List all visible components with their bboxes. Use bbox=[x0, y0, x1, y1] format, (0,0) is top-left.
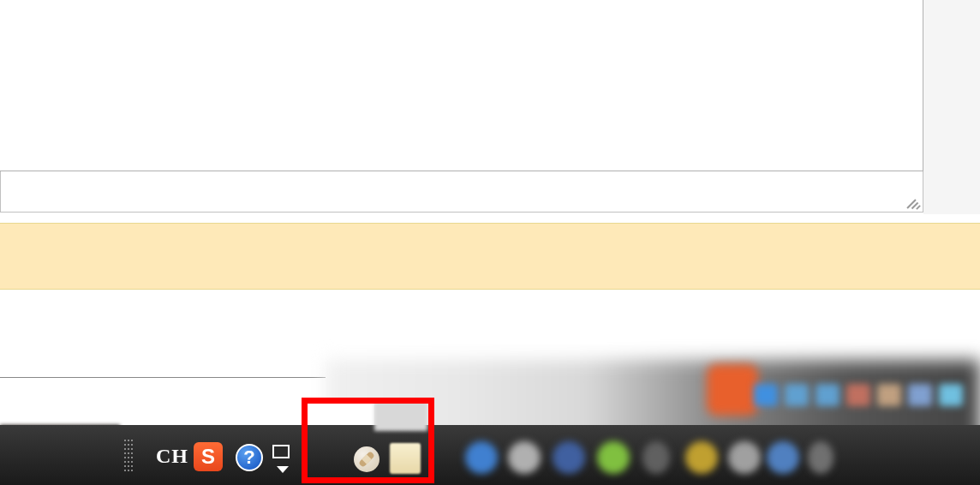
divider bbox=[0, 377, 326, 378]
blurred-taskbar-icon[interactable] bbox=[553, 441, 585, 474]
resize-handle-icon[interactable] bbox=[907, 196, 921, 210]
notification-bar bbox=[0, 223, 980, 290]
editor-area bbox=[0, 0, 923, 214]
blurred-taskbar-icon[interactable] bbox=[767, 441, 799, 474]
blurred-taskbar-icon[interactable] bbox=[808, 441, 834, 474]
blurred-taskbar-icon[interactable] bbox=[508, 441, 541, 474]
sogou-s-glyph: S bbox=[201, 445, 215, 469]
grip-handle-icon[interactable] bbox=[124, 429, 141, 481]
dropdown-arrow-icon[interactable] bbox=[277, 466, 289, 473]
blurred-taskbar-icon[interactable] bbox=[685, 441, 718, 474]
blurred-taskbar-icon[interactable] bbox=[642, 441, 670, 474]
language-indicator[interactable]: CH bbox=[156, 445, 188, 468]
taskbar-active-preview bbox=[308, 401, 374, 425]
window-cascade-icon[interactable] bbox=[274, 447, 290, 459]
help-question-glyph: ? bbox=[243, 446, 254, 469]
text-input-lower[interactable] bbox=[0, 171, 923, 213]
blurred-app-icon bbox=[707, 364, 758, 416]
text-input-upper[interactable] bbox=[0, 0, 923, 171]
sogou-ime-icon[interactable]: S bbox=[194, 442, 223, 471]
help-icon[interactable]: ? bbox=[236, 444, 263, 471]
folder-icon[interactable] bbox=[390, 443, 421, 474]
blurred-taskbar-icon[interactable] bbox=[728, 441, 761, 474]
blurred-taskbar-icon[interactable] bbox=[597, 441, 630, 474]
blurred-taskbar-icon[interactable] bbox=[465, 441, 498, 474]
right-sidebar-panel bbox=[923, 0, 980, 214]
blurred-notification-icons bbox=[754, 384, 977, 410]
taskbar-preview-blur bbox=[374, 401, 427, 431]
system-clock-area[interactable] bbox=[881, 435, 976, 478]
bandage-tool-icon[interactable] bbox=[354, 446, 379, 472]
